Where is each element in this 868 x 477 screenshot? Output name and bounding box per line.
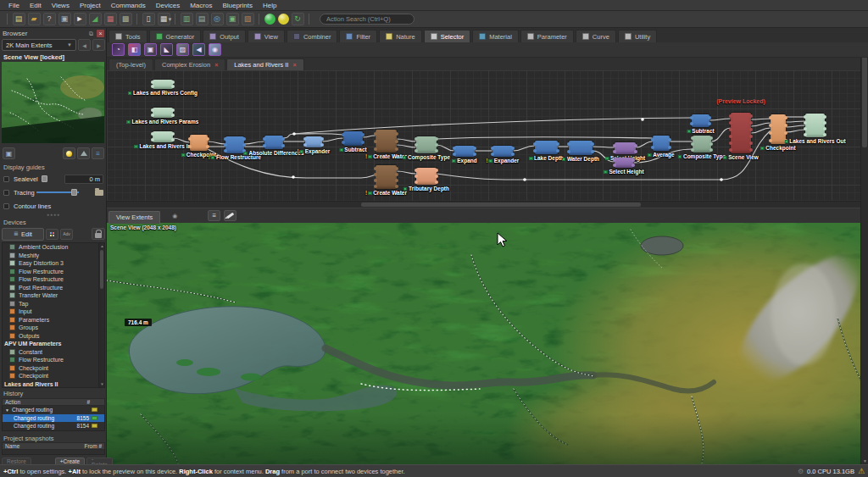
node-port[interactable] <box>374 173 377 176</box>
node-expand[interactable] <box>454 146 475 157</box>
node-port[interactable] <box>691 142 694 146</box>
advanced-button[interactable]: Adv <box>60 229 73 240</box>
tab-view[interactable]: View <box>248 30 285 42</box>
node-port[interactable] <box>511 153 515 156</box>
node-port[interactable] <box>668 146 671 149</box>
node-lakes-and-rivers-params[interactable] <box>153 108 173 118</box>
node-port[interactable] <box>395 167 398 170</box>
edit-devices-button[interactable]: ≣ Edit <box>2 228 44 241</box>
tab-view-extents[interactable]: View Extents <box>108 211 160 224</box>
node-port[interactable] <box>171 108 175 112</box>
tab-utility[interactable]: Utility <box>618 30 657 42</box>
node-average[interactable] <box>653 136 670 151</box>
close-tab-icon[interactable]: × <box>292 62 296 68</box>
node-port[interactable] <box>415 137 418 141</box>
menu-blueprints[interactable]: Blueprints <box>217 2 258 9</box>
shape-selector-icon[interactable]: ◣ <box>160 43 173 56</box>
node-select-height[interactable] <box>615 142 636 154</box>
node-port[interactable] <box>415 175 418 178</box>
node-port[interactable] <box>151 108 154 112</box>
node-port[interactable] <box>613 144 616 147</box>
node-port[interactable] <box>435 180 438 184</box>
contour-checkbox[interactable] <box>3 203 9 209</box>
new-world-icon[interactable]: ▤ <box>13 13 25 25</box>
node-port[interactable] <box>804 121 807 125</box>
history-row[interactable]: Changed routing8154 <box>3 422 104 430</box>
node-port[interactable] <box>415 180 418 184</box>
close-tab-icon[interactable]: × <box>214 62 218 68</box>
device-item-input[interactable]: Input <box>3 308 104 316</box>
tab-nature[interactable]: Nature <box>379 30 422 42</box>
lock-button[interactable] <box>92 228 105 240</box>
node-port[interactable] <box>171 138 175 141</box>
sealevel-checkbox[interactable] <box>3 176 9 182</box>
node-port[interactable] <box>435 149 438 153</box>
node-port[interactable] <box>567 150 570 153</box>
snapshots-col-from[interactable]: From # <box>84 443 102 449</box>
vscroll-thumb[interactable] <box>862 54 867 147</box>
node-port[interactable] <box>224 143 227 147</box>
node-port[interactable] <box>171 114 175 117</box>
tracing-slider-thumb[interactable] <box>71 189 77 196</box>
tab-generator[interactable]: Generator <box>149 30 202 42</box>
rebuild-icon[interactable]: ↻ <box>292 13 304 25</box>
node-port[interactable] <box>342 133 345 136</box>
node-port[interactable] <box>188 137 192 141</box>
node-port[interactable] <box>749 148 753 152</box>
tab-combiner[interactable]: Combiner <box>287 30 338 42</box>
node-port[interactable] <box>690 122 693 125</box>
action-search-input[interactable] <box>320 14 415 25</box>
node-port[interactable] <box>395 147 398 151</box>
node-port[interactable] <box>224 149 227 153</box>
snapshots-col-name[interactable]: Name <box>5 443 19 449</box>
device-item-groups[interactable]: Groups <box>3 324 104 332</box>
device-item-flow-restructure[interactable]: Flow Restructure <box>3 356 104 364</box>
node-port[interactable] <box>395 173 398 176</box>
device-item-ambient-occlusion[interactable]: Ambient Occlusion <box>3 243 104 252</box>
pointer-icon[interactable]: ► <box>74 13 86 25</box>
scene-viewport[interactable]: Scene View (2048 x 2048) 716.4 m <box>107 223 860 464</box>
node-lakes-and-rivers-config[interactable] <box>153 80 173 89</box>
graph-horizontal-scrollbar[interactable] <box>107 201 860 208</box>
device-item-checkpoint[interactable]: Checkpoint <box>3 364 104 373</box>
node-graph-canvas[interactable]: Lakes and Rivers ConfigLakes and Rivers … <box>107 70 860 201</box>
node-port[interactable] <box>374 179 377 182</box>
menu-views[interactable]: Views <box>47 2 75 9</box>
history-row[interactable]: Changed routing8155 <box>3 414 104 423</box>
tab-filter[interactable]: Filter <box>339 30 377 42</box>
device-item-outputs[interactable]: Outputs <box>3 332 104 341</box>
node-port[interactable] <box>729 121 732 125</box>
node-tributary-depth[interactable] <box>416 168 437 185</box>
node-composite-type[interactable] <box>693 136 711 153</box>
hscroll-thumb[interactable] <box>361 202 641 207</box>
node-port[interactable] <box>395 140 398 143</box>
node-port[interactable] <box>632 158 635 162</box>
node-port[interactable] <box>613 150 616 153</box>
history-col-action[interactable]: Action <box>5 399 20 405</box>
device-item-checkpoint[interactable]: Checkpoint <box>3 372 104 380</box>
graph-tab-top-level[interactable]: (Top-level) <box>108 58 153 70</box>
gradient-selector-icon[interactable]: ◧ <box>128 43 141 56</box>
device-icon[interactable]: ▦ <box>104 13 117 25</box>
device-item-parameters[interactable]: Parameters <box>3 316 104 324</box>
node-port[interactable] <box>556 142 559 146</box>
history-col-num[interactable]: # <box>86 399 90 405</box>
node-port[interactable] <box>769 139 772 142</box>
node-port[interactable] <box>729 135 732 138</box>
node-port[interactable] <box>769 131 772 135</box>
node-port[interactable] <box>804 127 807 130</box>
node-lake-depth[interactable] <box>535 141 558 154</box>
terrain-icon[interactable]: ◢ <box>89 13 102 25</box>
stamp-icon[interactable]: ▩ <box>120 13 132 25</box>
image-icon[interactable]: ▣ <box>226 13 239 25</box>
node-port[interactable] <box>374 132 377 136</box>
node-port[interactable] <box>151 132 154 136</box>
node-port[interactable] <box>453 153 456 156</box>
node-port[interactable] <box>206 137 209 141</box>
node-port[interactable] <box>491 153 494 156</box>
menu-edit[interactable]: Edit <box>25 2 47 9</box>
node-port[interactable] <box>804 115 807 119</box>
node-port[interactable] <box>749 114 753 118</box>
node-port[interactable] <box>263 144 266 147</box>
extents-dropdown[interactable]: 2K Main Extents ▼ <box>2 39 76 51</box>
